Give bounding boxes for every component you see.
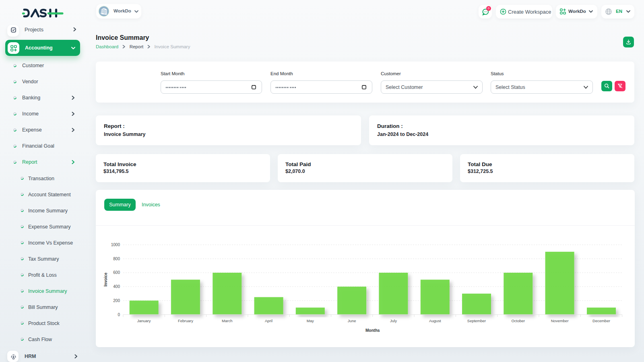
svg-text:February: February [178,319,193,323]
svg-text:200: 200 [113,298,120,303]
svg-text:March: March [222,319,232,323]
svg-text:August: August [429,319,441,323]
svg-text:400: 400 [113,284,120,289]
svg-text:June: June [348,319,356,323]
svg-text:800: 800 [113,257,120,261]
svg-text:May: May [307,319,314,323]
svg-text:July: July [390,319,397,323]
svg-text:November: November [551,319,569,323]
svg-text:April: April [265,319,272,323]
svg-text:December: December [592,319,610,323]
svg-text:October: October [511,319,525,323]
svg-text:January: January [137,319,151,323]
svg-text:September: September [467,319,486,323]
svg-text:1000: 1000 [111,243,120,247]
svg-text:0: 0 [118,313,120,317]
svg-text:Months: Months [365,328,380,333]
svg-text:Invoice: Invoice [103,272,108,286]
svg-text:600: 600 [113,270,120,275]
